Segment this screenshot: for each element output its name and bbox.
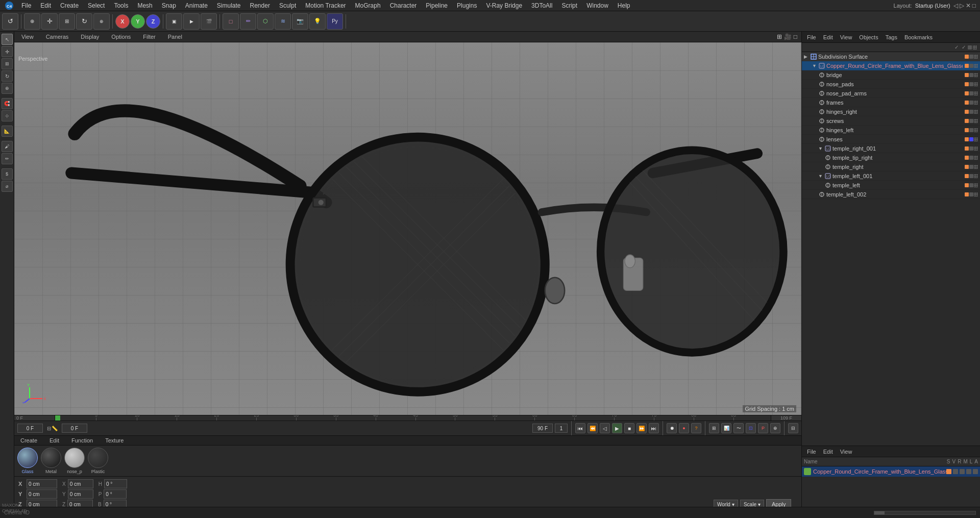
menu-create[interactable]: Create (56, 1, 83, 10)
z-sub-input[interactable] (67, 500, 93, 507)
pen-btn[interactable]: ✏ (240, 13, 256, 30)
mat-tab-texture[interactable]: Texture (102, 436, 127, 445)
menu-simulate[interactable]: Simulate (213, 1, 245, 10)
viewport-canvas[interactable]: Perspective (14, 42, 801, 415)
fps-input[interactable] (555, 424, 568, 433)
attr-selected-obj[interactable]: Copper_Round_Circle_Frame_with_Blue_Lens… (802, 466, 980, 477)
cursor-tool[interactable]: ↖ (2, 34, 13, 45)
jump-start-btn[interactable]: ⏮ (575, 423, 585, 433)
b-input[interactable] (104, 500, 127, 507)
menu-animate[interactable]: Animate (181, 1, 212, 10)
move-tool[interactable]: ✛ (2, 46, 13, 57)
scale-dropdown[interactable]: Scale ▾ (740, 500, 764, 507)
pose-morph-btn[interactable]: P (758, 423, 768, 433)
menu-motion-tracker[interactable]: Motion Tracker (301, 1, 350, 10)
temple-l001-collapse[interactable]: ▼ (818, 174, 823, 179)
axis-tool[interactable]: ⊹ (2, 110, 13, 121)
rph-file[interactable]: File (805, 33, 818, 41)
small-icon-1[interactable]: ⊟ (47, 426, 51, 431)
attr-file[interactable]: File (805, 448, 818, 456)
tree-hinges-left[interactable]: hinges_left (802, 126, 980, 135)
mat-plastic[interactable]: Plastic (88, 448, 108, 474)
menu-3dtoall[interactable]: 3DToAll (527, 1, 556, 10)
viewport-tab-filter[interactable]: Filter (140, 33, 158, 41)
viewport-tab-display[interactable]: Display (78, 33, 102, 41)
y-sub-input[interactable] (68, 489, 93, 499)
rph-bookmarks[interactable]: Bookmarks (902, 33, 935, 41)
tree-screws[interactable]: screws (802, 116, 980, 126)
measure-tool[interactable]: 📐 (2, 126, 13, 137)
cube-btn[interactable]: □ (223, 13, 239, 30)
mat-glass[interactable]: Glass (17, 448, 38, 474)
camera-btn[interactable]: 📷 (292, 13, 308, 30)
motion-clip-btn[interactable]: ⊡ (746, 423, 756, 433)
tree-scroll[interactable]: bridge nose_pads (802, 70, 980, 446)
frame-current-input[interactable] (62, 424, 87, 433)
motion-system-btn[interactable]: ⊕ (770, 423, 780, 433)
python-btn[interactable]: Py (327, 13, 343, 30)
brush-tool[interactable]: ✏ (2, 153, 13, 164)
viewport-tab-view[interactable]: View (18, 33, 37, 41)
mat-plastic-swatch[interactable] (88, 448, 108, 468)
viewport-tab-panel[interactable]: Panel (165, 33, 185, 41)
viewport-tab-cameras[interactable]: Cameras (43, 33, 72, 41)
spline-btn[interactable]: ⬡ (257, 13, 274, 30)
next-frame-btn[interactable]: ⏩ (636, 423, 647, 433)
record-btn[interactable]: ⏺ (667, 423, 677, 433)
frame-start-input[interactable] (17, 424, 43, 433)
menu-mesh[interactable]: Mesh (133, 1, 156, 10)
dope-sheet-btn[interactable]: 📊 (721, 423, 731, 433)
tree-temple-tip-right[interactable]: temple_tip_right (802, 153, 980, 162)
render-to-picture-viewer-btn[interactable]: 🎬 (201, 13, 217, 30)
menu-select[interactable]: Select (84, 1, 109, 10)
tree-main-obj[interactable]: ▼ L0 Copper_Round_Circle_Frame_with_Blue… (802, 61, 980, 70)
timeline-btn[interactable]: ⊞ (709, 423, 719, 433)
live-selection-btn[interactable]: ⊕ (24, 13, 40, 30)
render-region-btn[interactable]: ▣ (166, 13, 182, 30)
y-pos-input[interactable] (27, 489, 57, 499)
tree-temple-left-002[interactable]: temple_left_002 (802, 190, 980, 199)
frame-end-input[interactable] (532, 424, 553, 433)
play-back-btn[interactable]: ◁ (600, 423, 610, 433)
viewport-maximize-icon[interactable]: □ (794, 33, 797, 40)
tree-hinges-right[interactable]: hinges_right (802, 107, 980, 116)
mat-glass-swatch[interactable] (17, 448, 38, 468)
menu-file[interactable]: File (17, 1, 35, 10)
stop-btn[interactable]: ■ (624, 423, 634, 433)
menu-pipeline[interactable]: Pipeline (422, 1, 452, 10)
deformer-btn[interactable]: ≋ (275, 13, 291, 30)
paint-tool[interactable]: 🖌 (2, 141, 13, 152)
mat-nose[interactable]: nose_p (64, 448, 85, 474)
x-sub-input[interactable] (68, 479, 93, 488)
jump-end-btn[interactable]: ⏭ (649, 423, 659, 433)
mat-tab-edit[interactable]: Edit (46, 436, 62, 445)
tree-temple-left[interactable]: temple_left (802, 181, 980, 190)
z-pos-input[interactable] (27, 500, 57, 507)
tree-temple-left-001[interactable]: ▼ L0 temple_left_001 (802, 171, 980, 181)
sub-surf-collapse[interactable]: ▶ (804, 54, 809, 59)
mat-tab-function[interactable]: Function (68, 436, 96, 445)
viewport-tab-options[interactable]: Options (108, 33, 134, 41)
prev-frame-btn[interactable]: ⏪ (587, 423, 598, 433)
tree-bridge[interactable]: bridge (802, 70, 980, 80)
tree-subdivision-surface[interactable]: ▶ Subdivision Surface (802, 52, 980, 61)
tree-temple-right-001[interactable]: ▼ L0 temple_right_001 (802, 144, 980, 153)
attr-view[interactable]: View (838, 448, 854, 456)
attr-edit[interactable]: Edit (821, 448, 835, 456)
play-btn[interactable]: ▶ (612, 423, 622, 433)
mat-metal[interactable]: Metal (41, 448, 61, 474)
z-axis-btn[interactable]: Z (146, 14, 160, 29)
menu-vray[interactable]: V-Ray Bridge (482, 1, 526, 10)
layout-arrange-btn[interactable]: ⊟ (788, 423, 798, 433)
apply-button[interactable]: Apply (766, 499, 792, 507)
tree-nose-pad-arms[interactable]: nose_pad_arms (802, 89, 980, 98)
rotate-tool[interactable]: ↻ (2, 70, 13, 82)
snap-tool[interactable]: 🧲 (2, 98, 13, 109)
viewport-camera-icon[interactable]: 🎥 (784, 33, 792, 40)
light-btn[interactable]: 💡 (309, 13, 326, 30)
mat-tab-create[interactable]: Create (17, 436, 40, 445)
menu-plugins[interactable]: Plugins (453, 1, 481, 10)
menu-edit[interactable]: Edit (36, 1, 55, 10)
tree-nose-pads[interactable]: nose_pads (802, 80, 980, 89)
menu-window[interactable]: Window (582, 1, 612, 10)
